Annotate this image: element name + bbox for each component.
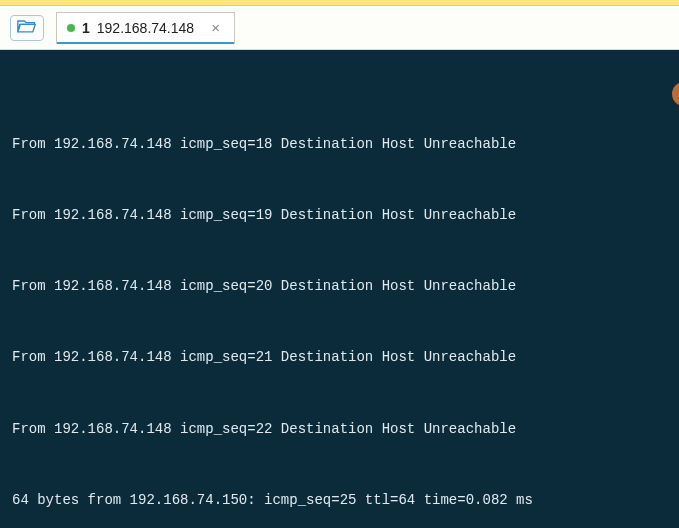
terminal-line: From 192.168.74.148 icmp_seq=20 Destinat… (12, 275, 671, 299)
status-dot-icon (67, 24, 75, 32)
folder-open-icon (17, 18, 37, 38)
tab-title: 192.168.74.148 (97, 20, 194, 36)
terminal-line: From 192.168.74.148 icmp_seq=18 Destinat… (12, 133, 671, 157)
tab-bar: 1 192.168.74.148 × (0, 6, 679, 50)
session-tab[interactable]: 1 192.168.74.148 × (56, 12, 235, 44)
tab-close-button[interactable]: × (207, 18, 224, 37)
open-session-button[interactable] (10, 15, 44, 41)
terminal-line: From 192.168.74.148 icmp_seq=21 Destinat… (12, 346, 671, 370)
terminal-line: From 192.168.74.148 icmp_seq=19 Destinat… (12, 204, 671, 228)
terminal-line: From 192.168.74.148 icmp_seq=22 Destinat… (12, 418, 671, 442)
tab-index: 1 (82, 20, 90, 36)
terminal-output[interactable]: From 192.168.74.148 icmp_seq=18 Destinat… (0, 50, 679, 528)
side-handle-icon (672, 82, 679, 106)
terminal-line: 64 bytes from 192.168.74.150: icmp_seq=2… (12, 489, 671, 513)
